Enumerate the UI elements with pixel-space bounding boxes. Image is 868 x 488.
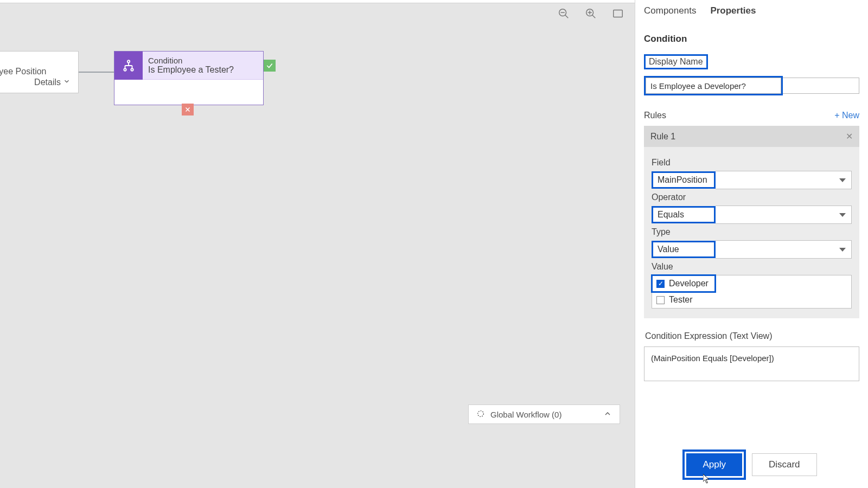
chevron-down-icon	[839, 213, 846, 217]
properties-panel: Components Properties Condition Display …	[635, 0, 868, 488]
apply-button[interactable]: Apply	[686, 453, 742, 476]
value-label: Value	[652, 262, 852, 272]
display-name-label: Display Name	[644, 54, 708, 69]
chevron-down-icon	[839, 248, 846, 252]
rule-body: Field MainPosition Operator Equals Type …	[644, 147, 859, 318]
condition-no-badge[interactable]	[182, 104, 194, 115]
cursor-icon	[703, 474, 711, 485]
svg-line-4	[592, 15, 596, 18]
zoom-in-icon[interactable]	[585, 8, 597, 20]
details-toggle[interactable]: Details	[34, 78, 71, 87]
rules-label: Rules	[644, 111, 666, 120]
value-options-list: Developer Tester	[652, 275, 852, 309]
svg-point-14	[131, 68, 133, 70]
field-select[interactable]: MainPosition	[652, 171, 852, 189]
panel-section-title: Condition	[644, 34, 859, 44]
condition-node-name: Is Employee a Tester?	[148, 65, 234, 75]
svg-marker-18	[703, 474, 709, 483]
chevron-down-icon	[63, 78, 71, 87]
operator-select[interactable]: Equals	[652, 206, 852, 224]
panel-tabs: Components Properties	[635, 0, 868, 20]
value-option-tester[interactable]: Tester	[652, 292, 851, 308]
type-label: Type	[652, 227, 852, 237]
fit-screen-icon[interactable]	[612, 8, 624, 20]
tab-components[interactable]: Components	[644, 5, 696, 16]
previous-step-title: ee	[0, 52, 78, 67]
node-connector	[79, 72, 114, 73]
previous-step-subtitle: Employee Position	[0, 67, 78, 76]
field-value: MainPosition	[652, 171, 716, 189]
chevron-down-icon	[839, 178, 846, 182]
svg-point-12	[124, 68, 126, 70]
new-rule-button[interactable]: + New	[834, 111, 859, 120]
global-workflow-label: Global Workflow (0)	[490, 410, 561, 419]
checkbox-unchecked-icon	[656, 296, 665, 304]
value-option-label: Developer	[669, 279, 709, 288]
refresh-icon	[476, 409, 485, 420]
canvas-toolbar	[558, 8, 624, 20]
rule-title: Rule 1	[650, 132, 675, 142]
type-value: Value	[652, 241, 716, 258]
condition-expression-text[interactable]: (MainPosition Equals [Developer])	[644, 346, 859, 381]
condition-node[interactable]: Condition Is Employee a Tester?	[114, 51, 264, 105]
condition-node-header: Condition Is Employee a Tester?	[114, 52, 263, 80]
svg-rect-7	[614, 10, 623, 17]
operator-label: Operator	[652, 192, 852, 202]
display-name-input-extension[interactable]	[783, 78, 859, 94]
operator-value: Equals	[652, 206, 716, 223]
zoom-out-icon[interactable]	[558, 8, 570, 20]
previous-step-node[interactable]: ee Employee Position Details	[0, 51, 79, 93]
discard-button[interactable]: Discard	[752, 453, 817, 476]
type-select[interactable]: Value	[652, 240, 852, 259]
details-label: Details	[34, 78, 61, 87]
checkbox-checked-icon	[656, 280, 665, 288]
value-option-developer[interactable]: Developer	[652, 275, 715, 292]
rule-header[interactable]: Rule 1 ✕	[644, 126, 859, 147]
process-designer-canvas[interactable]: ee Employee Position Details Condition I…	[0, 3, 635, 488]
svg-line-1	[565, 15, 569, 18]
global-workflow-bar[interactable]: Global Workflow (0)	[468, 404, 620, 424]
chevron-up-icon	[603, 409, 612, 420]
svg-point-17	[478, 410, 484, 416]
condition-type-label: Condition	[148, 56, 234, 65]
close-icon[interactable]: ✕	[846, 131, 853, 142]
panel-footer: Apply Discard	[635, 453, 868, 476]
condition-icon	[114, 52, 143, 80]
display-name-input[interactable]	[646, 78, 781, 94]
condition-yes-badge[interactable]	[264, 60, 276, 72]
value-option-label: Tester	[669, 295, 693, 305]
svg-point-8	[127, 60, 130, 62]
tab-properties[interactable]: Properties	[710, 5, 756, 16]
field-label: Field	[652, 158, 852, 168]
condition-expression-label: Condition Expression (Text View)	[645, 331, 858, 341]
